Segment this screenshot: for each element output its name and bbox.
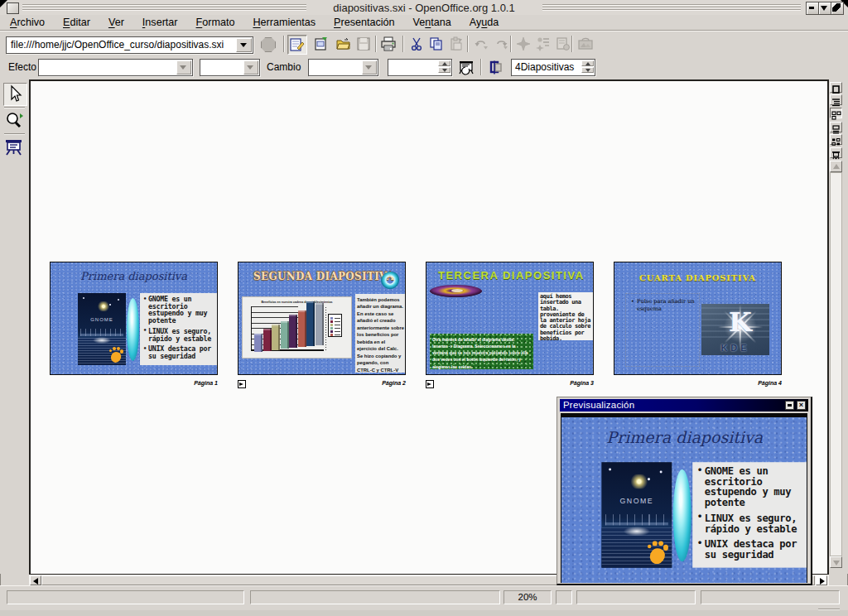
preview-slide1-text-box: GNOME es un escritorio estupendo y muy p… [692,462,807,567]
status-panel-zoom[interactable]: 20% [504,590,552,604]
speed-dropdown-button[interactable] [243,60,258,75]
window-close-button[interactable] [831,2,844,15]
app-window: diapositivas.sxi - OpenOffice.org 1.0.1 … [0,0,848,616]
preview-slide-1: Primera diapositiva GNOME [561,417,807,583]
status-panel-layout [250,590,500,604]
menu-herramientas[interactable]: Herramientas [248,16,320,29]
url-text[interactable]: file:///home/jjc/OpenOffice_curso/diapos… [11,39,224,51]
preview-pin-button[interactable] [785,401,794,410]
slides-per-row-spinner[interactable]: 4Diapositivas [511,59,595,76]
preview-close-icon: × [797,400,805,410]
cut-button[interactable] [407,35,426,53]
menu-ayuda[interactable]: Ayuda [465,16,504,29]
start-presentation-tool-button[interactable] [3,137,26,159]
select-tool-button[interactable] [3,83,27,106]
slide-thumbnail-3[interactable]: TERCERA DIAPOSITIVA aquí hemos insertado… [426,262,594,375]
stop-button[interactable] [258,35,277,53]
gallery-button[interactable] [576,35,595,53]
slide2-transition-icon[interactable] [238,380,246,388]
handout-view-button[interactable] [830,134,842,145]
slide3-title: TERCERA DIAPOSITIVA [438,269,583,282]
url-dropdown-button[interactable] [236,38,252,52]
insert-object-button[interactable] [554,35,572,53]
drawing-view-button[interactable] [830,82,842,93]
kde-image: K KDE [701,304,769,355]
slides-view-button[interactable] [830,108,842,118]
preview-window[interactable]: Previsualización × Primera diapositiva G… [556,397,812,585]
menu-insertar[interactable]: Insertar [138,16,182,29]
menu-ventana[interactable]: Ventana [409,16,455,29]
select-arrow-icon [4,84,25,103]
slide-thumbnail-1[interactable]: Primera diapositiva GNOME [50,262,218,375]
slide3-transition-icon[interactable] [426,380,434,388]
effect-dropdown-button[interactable] [176,60,191,75]
redo-button[interactable] [492,35,510,53]
url-combobox[interactable]: file:///home/jjc/OpenOffice_curso/diapos… [6,36,253,54]
effect-dropdown[interactable] [38,59,193,76]
main-toolbar-column [0,79,29,574]
sparkle-grid-icon [536,36,551,51]
window-minimize-button[interactable] [806,2,819,15]
open-document-button[interactable] [335,35,353,53]
slides-per-row-spin-buttons[interactable] [581,60,594,73]
toolbar-separator [480,59,482,75]
gnome-foot-logo [648,541,668,564]
status-panel-position [576,590,696,604]
slide2-text-box: También podemos añadir un diagrama. En e… [355,294,406,373]
start-show-icon [831,151,841,160]
cambio-label: Cambio [267,61,301,73]
start-show-button[interactable] [830,147,842,158]
chart-bar [272,325,280,350]
preview-slide-area: Primera diapositiva GNOME [561,417,807,583]
show-hide-slide-button[interactable] [487,58,505,76]
chart-legend [328,314,342,337]
slide2-chart: Beneficios en nuestra cadena de establec… [242,296,352,359]
slide4-outline-placeholder: Pulse para añadir un esquema [625,293,700,367]
time-spinner-buttons[interactable] [438,60,450,73]
function-toolbar: file:///home/jjc/OpenOffice_curso/diapos… [0,31,848,57]
copy-icon [429,36,444,51]
vscroll-up-button[interactable] [830,161,842,172]
hscroll-left-button[interactable] [30,575,41,585]
menu-presentacion[interactable]: Presentación [330,16,399,29]
vscroll-track[interactable] [830,172,842,556]
menu-editar[interactable]: Editar [59,16,94,29]
slide-thumbnail-4[interactable]: CUARTA DIAPOSITIVA Pulse para añadir un … [614,262,782,375]
print-button[interactable] [379,35,398,53]
rehearse-timings-button[interactable] [457,58,475,76]
window-titlebar[interactable]: diapositivas.sxi - OpenOffice.org 1.0.1 [0,0,848,15]
gnome-image: GNOME [601,462,672,567]
window-maximize-button[interactable] [818,2,831,15]
scissors-icon [409,36,424,51]
time-spinner[interactable] [388,59,452,76]
slide-change-dropdown[interactable] [308,59,378,76]
vscroll-down-button[interactable] [830,556,842,568]
outline-view-button[interactable] [830,94,842,105]
new-document-button[interactable] [312,35,330,53]
copy-button[interactable] [427,35,446,53]
window-title: diapositivas.sxi - OpenOffice.org 1.0.1 [0,2,848,14]
save-document-button[interactable] [354,35,373,53]
navigator-button[interactable] [514,35,532,53]
edit-file-button[interactable] [287,35,307,55]
bullets-button[interactable] [534,35,552,53]
gnome-image: GNOME [78,293,126,365]
menu-archivo[interactable]: Archivo [6,16,49,29]
menu-ver[interactable]: Ver [104,16,128,29]
notes-view-button[interactable] [830,122,842,132]
effect-speed-dropdown[interactable] [200,59,260,76]
preview-close-button[interactable]: × [797,401,806,410]
change-dropdown-button[interactable] [362,60,377,75]
preview-titlebar[interactable]: Previsualización × [560,399,808,411]
hscroll-right-button[interactable] [816,575,827,585]
undo-button[interactable] [472,35,490,53]
menu-formato[interactable]: Formato [192,16,239,29]
cyan-ellipse-graphic [673,469,691,561]
scroll-left-icon [33,578,38,585]
gallery-icon [578,36,593,51]
paste-button[interactable] [447,35,465,53]
zoom-tool-button[interactable] [3,111,26,132]
slide-thumbnail-2[interactable]: SEGUNDA DIAPOSITIVA Beneficios en nuestr… [238,262,406,375]
purple-disc-graphic [430,285,482,297]
scroll-right-icon [820,578,825,585]
